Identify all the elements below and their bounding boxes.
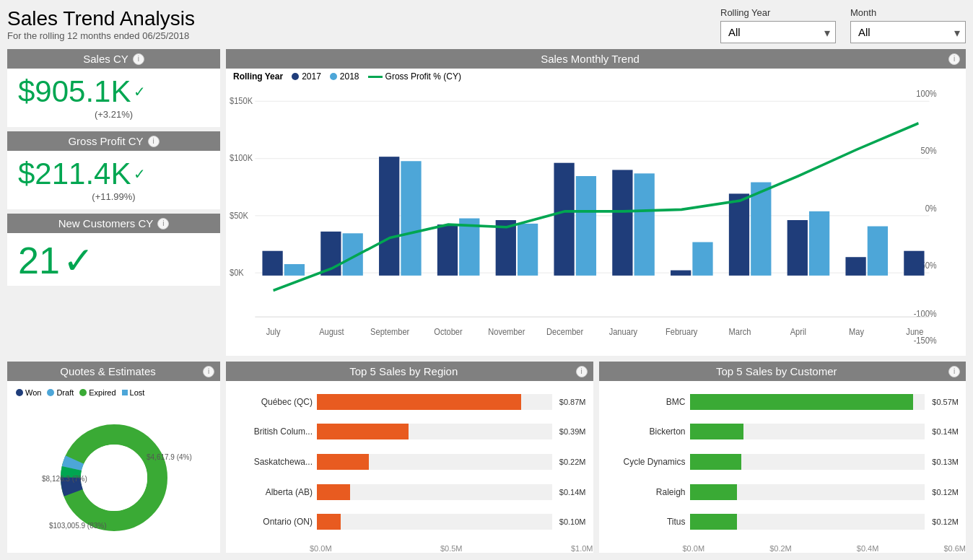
gross-profit-cy-title: Gross Profit CY: [68, 135, 143, 147]
customer-bar-fill: [690, 514, 737, 530]
sales-monthly-trend-info-icon[interactable]: i: [948, 53, 960, 65]
region-header: Top 5 Sales by Region i: [226, 362, 593, 381]
customer-bar-value: $0.12M: [932, 517, 959, 526]
month-select[interactable]: All: [850, 21, 966, 43]
bar-april-2018: [809, 211, 829, 276]
bar-december-2018: [576, 176, 596, 276]
customer-bar-value: $0.13M: [932, 458, 959, 466]
customer-axis-label: $0.0M: [683, 544, 705, 553]
gross-profit-cy-value-area: $211.4K ✓ (+11.99%): [7, 151, 220, 209]
svg-text:April: April: [790, 326, 806, 337]
sales-cy-card: Sales CY i $905.1K ✓ (+3.21%): [7, 49, 220, 127]
region-axis-label: $0.5M: [440, 544, 463, 553]
customer-bar-track: [690, 514, 925, 530]
region-bar-chart: Québec (QC) $0.87M British Colum... $0.3…: [226, 381, 593, 543]
legend-expired-label: Expired: [89, 388, 115, 397]
legend-expired-dot: [79, 389, 87, 396]
svg-text:June: June: [906, 326, 923, 337]
bar-chart-svg: $150K $100K $50K $0K 100% 50% 0% -50% -1…: [230, 88, 959, 352]
customer-bar-chart: BMC $0.57M Bickerton $0.14M Cycle Dynami…: [599, 381, 967, 543]
customer-bar-fill: [690, 454, 742, 470]
region-axis-label: $0.0M: [310, 544, 332, 553]
customer-axis-label: $0.6M: [943, 544, 966, 553]
sales-cy-arrow: ✓: [134, 83, 146, 100]
legend-2018: 2018: [330, 71, 359, 82]
month-select-wrap[interactable]: All: [850, 21, 966, 43]
donut-won-label-text: $103,005.9 (83%): [49, 522, 107, 530]
sales-cy-change: (+3.21%): [18, 109, 209, 123]
svg-text:$0K: $0K: [230, 267, 244, 278]
new-customers-cy-amount: 21: [18, 239, 60, 282]
customer-bar-track: [690, 394, 925, 410]
customer-axis: $0.0M$0.2M$0.4M$0.6M: [599, 543, 967, 553]
legend-won-label: Won: [25, 388, 41, 397]
legend-draft-label: Draft: [56, 388, 74, 397]
bar-march-2018: [751, 183, 771, 276]
customer-axis-label: $0.4M: [857, 544, 879, 553]
region-panel: Top 5 Sales by Region i Québec (QC) $0.8…: [226, 362, 593, 553]
bar-march-2017: [729, 193, 749, 275]
legend-2017-dot: [292, 73, 299, 80]
bar-september-2017: [379, 157, 399, 276]
svg-text:January: January: [609, 326, 638, 337]
region-bar-track: [317, 514, 552, 530]
legend-lost: Lost: [122, 388, 145, 397]
customer-bar-row: Raleigh $0.12M: [606, 484, 959, 500]
svg-text:100%: 100%: [916, 88, 936, 99]
svg-text:September: September: [370, 326, 409, 337]
bar-april-2017: [787, 220, 808, 276]
svg-text:March: March: [729, 326, 751, 337]
legend-won-dot: [16, 389, 23, 396]
new-customers-cy-title: New Customers CY: [58, 217, 154, 229]
svg-text:50%: 50%: [920, 146, 936, 157]
quotes-header: Quotes & Estimates i: [7, 362, 220, 381]
customer-header: Top 5 Sales by Customer i: [599, 362, 967, 381]
donut-area: $8,126.3 (7%) $4,617.9 (4%) $103,005.9 (…: [12, 400, 216, 548]
donut-legend: Won Draft Expired Lost: [12, 385, 216, 400]
sales-monthly-trend-header: Sales Monthly Trend i: [226, 49, 966, 69]
region-bar-fill: [317, 454, 369, 470]
sales-cy-header: Sales CY i: [7, 49, 220, 69]
quotes-info-icon[interactable]: i: [203, 366, 214, 377]
page-title: Sales Trend Analysis: [7, 7, 195, 30]
bar-january-2018: [634, 173, 655, 276]
sales-cy-info-icon[interactable]: i: [133, 53, 144, 65]
quotes-title: Quotes & Estimates: [13, 365, 203, 377]
customer-bar-row: Cycle Dynamics $0.13M: [606, 454, 959, 470]
header: Sales Trend Analysis For the rolling 12 …: [7, 7, 966, 43]
new-customers-cy-info-icon[interactable]: i: [157, 218, 169, 229]
svg-text:$150K: $150K: [230, 95, 253, 106]
region-axis: $0.0M$0.5M$1.0M: [226, 543, 593, 553]
region-bar-value: $0.10M: [559, 517, 586, 526]
svg-text:0%: 0%: [925, 203, 937, 214]
gross-profit-cy-amount: $211.4K: [18, 157, 131, 191]
region-bar-track: [317, 424, 552, 439]
region-bar-label: Québec (QC): [233, 397, 313, 407]
legend-gross-profit-label: Gross Profit % (CY): [385, 71, 461, 82]
chart-legend: Rolling Year 2017 2018 Gross Profit % (C…: [226, 69, 966, 84]
legend-gross-profit-line: [368, 76, 383, 78]
customer-info-icon[interactable]: i: [948, 366, 960, 377]
bar-november-2018: [518, 224, 538, 276]
region-info-icon[interactable]: i: [576, 366, 588, 377]
gross-profit-cy-info-icon[interactable]: i: [148, 136, 160, 147]
rolling-year-select[interactable]: All: [720, 21, 836, 43]
region-bar-fill: [317, 484, 350, 500]
month-filter: Month All: [850, 7, 966, 43]
new-customers-cy-value-area: 21 ✓: [7, 233, 220, 286]
donut-svg: $8,126.3 (7%) $4,617.9 (4%) $103,005.9 (…: [35, 409, 193, 539]
region-bar-label: Saskatchewa...: [233, 457, 313, 467]
legend-2017-label: 2017: [302, 71, 321, 82]
rolling-year-filter: Rolling Year All: [720, 7, 836, 43]
bar-may-2017: [845, 257, 865, 276]
region-bar-label: Alberta (AB): [233, 487, 313, 497]
customer-bar-value: $0.14M: [932, 427, 959, 436]
bar-december-2017: [554, 163, 574, 276]
customer-bar-value: $0.57M: [932, 398, 959, 406]
bar-september-2018: [401, 161, 421, 276]
rolling-year-select-wrap[interactable]: All: [720, 21, 836, 43]
legend-2017: 2017: [292, 71, 321, 82]
region-bar-row: Saskatchewa... $0.22M: [233, 454, 586, 470]
region-bar-row: Ontario (ON) $0.10M: [233, 514, 586, 530]
sales-cy-amount: $905.1K: [18, 74, 131, 109]
